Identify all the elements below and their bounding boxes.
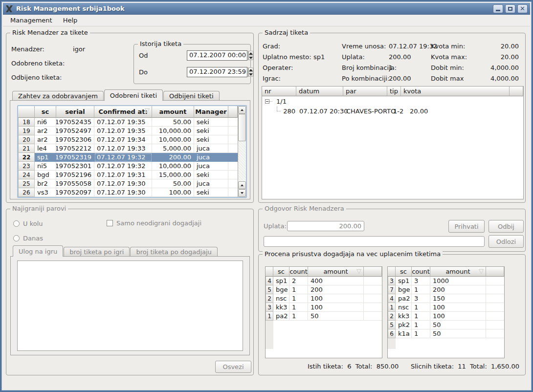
column-header-num[interactable] <box>18 106 35 118</box>
column-header-label: amount <box>445 268 470 275</box>
pairs-list[interactable] <box>17 261 243 351</box>
column-header-sc[interactable]: sc <box>273 267 289 277</box>
table-row[interactable]: 3sp131000 <box>388 277 504 285</box>
close-button[interactable]: ✕ <box>517 4 528 13</box>
column-header-serial[interactable]: serial <box>56 106 94 118</box>
scrollbar-track[interactable] <box>238 141 246 181</box>
table-row[interactable]: 18ni6119705243507.12.07 19:3550.00seki <box>18 118 238 127</box>
scroll-down-button[interactable] <box>238 189 246 197</box>
tab-odbijeni-tiketi[interactable]: Odbijeni tiketi <box>163 91 219 101</box>
table-row[interactable]: 4pa23150 <box>388 294 504 303</box>
reject-button[interactable]: Odbij <box>489 220 524 233</box>
table-row[interactable]: 7bge1200 <box>388 285 504 294</box>
column-header-datum[interactable]: datum <box>296 87 343 96</box>
column-header-manager[interactable]: Manager <box>194 106 228 118</box>
table-row[interactable]: 21le4119705221207.12.07 19:335,000.00juc… <box>18 144 238 153</box>
tab-ulog-na-igru[interactable]: Ulog na igru <box>13 245 63 257</box>
radio-danas[interactable]: Danas <box>13 235 43 242</box>
menu-management[interactable]: Management <box>6 15 57 25</box>
cell: ar2 <box>35 127 56 135</box>
maximize-button[interactable] <box>505 4 515 13</box>
to-date-spinbox[interactable]: 07.12.2007 23:59 <box>187 67 247 77</box>
column-header-amount[interactable]: amount▽ <box>308 267 364 277</box>
column-header-count[interactable]: count <box>289 267 308 277</box>
menu-help[interactable]: Help <box>59 15 82 25</box>
minimize-button[interactable] <box>493 4 503 13</box>
tab-broj-tiketa-po-igri[interactable]: broj tiketa po igri <box>64 247 130 257</box>
to-label: Do <box>139 68 148 76</box>
comment-input[interactable] <box>264 236 485 247</box>
spin-down-button[interactable] <box>248 56 253 60</box>
table-row[interactable]: 5pk2150 <box>388 321 504 329</box>
to-date-value[interactable]: 07.12.2007 23:59 <box>187 67 248 77</box>
scrollbar-thumb[interactable] <box>238 114 246 141</box>
column-header-kvota[interactable]: kvota <box>401 87 510 96</box>
tree-group-row[interactable]: 1/1 <box>262 96 523 106</box>
column-header-amount[interactable]: amount <box>152 106 194 118</box>
spin-down-icon <box>249 57 253 59</box>
table-row[interactable]: 19ar2119705249707.12.07 19:3510,000.00se… <box>18 127 238 135</box>
table-row[interactable]: 24bgd119705219607.12.07 19:3115,000.00se… <box>18 171 238 179</box>
table-row[interactable]: 23ni5119705230107.12.07 19:3210,000.00ju… <box>18 162 238 171</box>
refresh-button[interactable]: Osvezi <box>215 361 251 373</box>
table-row[interactable]: 6k1a150 <box>388 329 504 338</box>
same-tickets-table: sc count amount▽ 4sp124005bge12002nsc110… <box>265 266 382 358</box>
panel-title: Odgovor Risk Menadzera <box>263 205 346 212</box>
postpone-button[interactable]: Odlozi <box>489 235 524 248</box>
column-header-par[interactable]: par <box>343 87 387 96</box>
cell: seki <box>194 171 228 179</box>
scroll-up-button-bottom[interactable] <box>238 181 246 189</box>
table-row[interactable]: 20ar2119705230607.12.07 19:3410,000.00se… <box>18 135 238 144</box>
sort-down-icon[interactable]: ▽ <box>145 107 150 114</box>
tab-zahtev-za-odobravanjem[interactable]: Zahtev za odobravanjem <box>12 91 104 101</box>
title-bar[interactable]: Risk Management srbija1book ✕ <box>3 3 530 15</box>
app-logo-x-icon <box>5 5 13 13</box>
from-date-spinbox[interactable]: 07.12.2007 00:00 <box>187 50 247 61</box>
reject-button-label: Odbij <box>498 223 514 230</box>
column-header-num[interactable] <box>266 267 273 277</box>
event-presence-estimate-panel: Procena prisustva dogadjaja na vec uplac… <box>258 254 526 375</box>
scroll-up-button[interactable] <box>238 106 246 114</box>
column-header-amount[interactable]: amount▽ <box>430 267 486 277</box>
radio-u-kolu[interactable]: U kolu <box>13 220 43 227</box>
row-number-cell: 3 <box>388 277 396 285</box>
sort-down-icon[interactable]: ▽ <box>479 267 484 275</box>
column-header-sc[interactable]: sc <box>35 106 56 118</box>
table-row[interactable]: 1pa2150 <box>266 312 382 321</box>
tab-odobreni-tiketi[interactable]: Odobreni tiketi <box>104 89 163 101</box>
table-row[interactable]: 25br2119705505807.12.07 19:3050.00juca <box>18 179 238 188</box>
table-row[interactable]: 26vs3119705209707.12.07 19:30100.00seki <box>18 188 238 197</box>
table-row[interactable]: 4sp12400 <box>266 277 382 285</box>
table-row[interactable]: 2nsc1100 <box>266 294 382 303</box>
column-header-count[interactable]: count <box>412 267 430 277</box>
spin-up-button[interactable] <box>248 51 253 56</box>
sort-down-icon[interactable]: ▽ <box>356 267 361 275</box>
table-row[interactable]: 22sp1119705231907.12.07 19:32200.00juca <box>18 153 238 162</box>
vertical-scrollbar[interactable] <box>238 106 246 197</box>
cell-kvota: 20.00 <box>410 108 449 115</box>
filler-cell <box>228 171 238 179</box>
uplata-input[interactable]: 200.00 <box>287 221 364 231</box>
accept-button[interactable]: Prihvati <box>448 220 485 233</box>
tree-leaf-row[interactable]: 280 07.12.07 20:30 CHAVES-PORTO 1-2 20.0… <box>262 106 523 116</box>
tab-broj-tiketa-po-dogadjaju[interactable]: broj tiketa po dogadjaju <box>130 247 217 257</box>
spin-down-button[interactable] <box>248 72 253 77</box>
cell: bge <box>396 285 412 294</box>
column-header-tip[interactable]: tip <box>387 87 401 96</box>
column-header-sc[interactable]: sc <box>396 267 412 277</box>
table-row[interactable]: 2kk31100 <box>388 312 504 321</box>
table-row[interactable]: 1nsc1100 <box>388 303 504 312</box>
from-date-value[interactable]: 07.12.2007 00:00 <box>187 51 248 60</box>
checkbox-samo-neodigrani[interactable]: Samo neodigrani dogadjaji <box>107 219 201 227</box>
tree-collapse-icon[interactable] <box>265 99 269 104</box>
dobit-min-label: Dobit min: <box>431 64 464 71</box>
table-row[interactable]: 3kk31100 <box>266 303 382 312</box>
spin-up-button[interactable] <box>248 67 253 72</box>
table-row[interactable]: 5bge1200 <box>266 285 382 294</box>
tree-elbow-connector <box>277 107 281 111</box>
column-header-nr[interactable]: nr <box>262 87 296 96</box>
cell: pk2 <box>396 321 412 329</box>
column-header-confirmed[interactable]: Confirmed at:▽ <box>94 106 152 118</box>
row-number-cell: 20 <box>18 135 35 144</box>
column-header-num[interactable] <box>388 267 396 277</box>
